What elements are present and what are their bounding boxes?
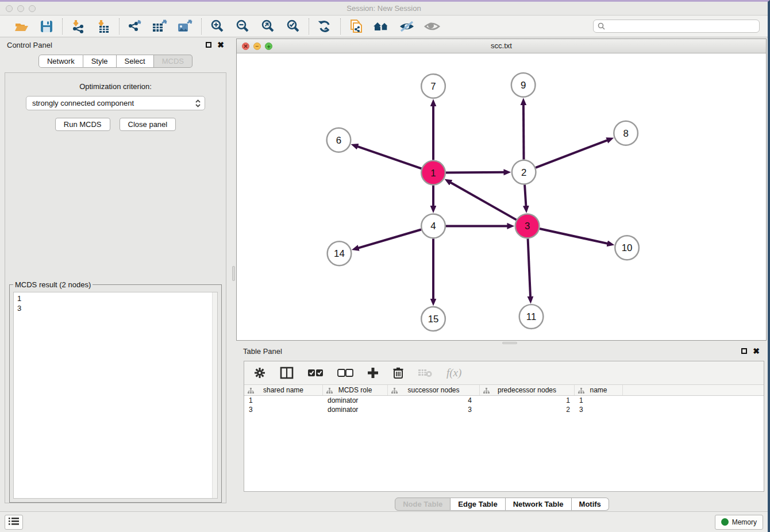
- export-network-icon: [127, 19, 143, 34]
- open-session-button[interactable]: [13, 18, 29, 34]
- tab-node-table[interactable]: Node Table: [395, 498, 451, 511]
- cell-1-4[interactable]: 3: [575, 405, 623, 414]
- tab-style[interactable]: Style: [83, 55, 117, 68]
- hide-selected-icon: [398, 20, 415, 33]
- column-layout-icon[interactable]: [280, 367, 294, 379]
- column-header-shared-name[interactable]: shared name: [244, 385, 323, 395]
- tab-network-table[interactable]: Network Table: [506, 498, 572, 511]
- column-header-MCDS-role[interactable]: MCDS role: [323, 385, 388, 395]
- mcds-result-text[interactable]: 1 3: [13, 292, 218, 499]
- edge-2-3[interactable]: [525, 184, 526, 206]
- export-table-button[interactable]: [152, 18, 168, 34]
- status-bar: Memory: [0, 511, 768, 532]
- node-label-1: 1: [430, 168, 436, 179]
- node-label-4: 4: [430, 221, 436, 232]
- export-network-button[interactable]: [127, 18, 143, 34]
- cell-0-3[interactable]: 1: [480, 396, 575, 405]
- zoom-out-button[interactable]: [234, 18, 251, 34]
- criterion-select[interactable]: strongly connected component: [26, 96, 205, 110]
- zoom-fit-button[interactable]: [260, 18, 276, 34]
- edge-1-6[interactable]: [357, 147, 421, 169]
- edge-4-14[interactable]: [358, 230, 421, 248]
- column-header-name[interactable]: name: [575, 385, 623, 395]
- node-label-3: 3: [525, 221, 530, 232]
- select-all-columns-icon[interactable]: [307, 368, 324, 377]
- home-layout-button[interactable]: [374, 18, 390, 34]
- delete-column-icon[interactable]: [392, 367, 404, 379]
- network-area: ✕ − ＋ scc.txt 79681243141015: [236, 37, 768, 511]
- deselect-all-columns-icon[interactable]: [337, 368, 353, 377]
- task-list-icon: [9, 517, 19, 527]
- search-input[interactable]: [593, 20, 760, 33]
- control-panel-close-icon[interactable]: ✖: [217, 42, 224, 48]
- title-bar: Session: New Session: [0, 2, 768, 16]
- memory-button[interactable]: Memory: [715, 515, 763, 530]
- save-session-button[interactable]: [38, 18, 55, 34]
- tab-mcds[interactable]: MCDS: [154, 55, 192, 68]
- column-type-icon: [248, 388, 254, 396]
- vertical-splitter[interactable]: [231, 37, 236, 511]
- run-mcds-button[interactable]: Run MCDS: [55, 118, 110, 131]
- add-column-icon[interactable]: [367, 367, 379, 379]
- tab-select[interactable]: Select: [117, 55, 154, 68]
- export-image-button[interactable]: [178, 18, 194, 34]
- select-stepper-icon: [194, 98, 202, 109]
- node-table[interactable]: shared nameMCDS rolesuccessor nodesprede…: [244, 384, 764, 491]
- network-window-titlebar[interactable]: ✕ − ＋ scc.txt: [237, 39, 766, 53]
- zoom-selected-button[interactable]: [285, 18, 301, 34]
- node-label-7: 7: [430, 81, 436, 92]
- table-row[interactable]: 1dominator411: [244, 396, 764, 405]
- mcds-result-groupbox: MCDS result (2 nodes) 1 3: [9, 284, 222, 503]
- delete-table-icon: [418, 368, 433, 378]
- settings-gear-icon[interactable]: [253, 367, 266, 379]
- task-history-button[interactable]: [5, 515, 23, 530]
- import-table-button[interactable]: [95, 18, 111, 34]
- network-graph[interactable]: 7968124314101511: [237, 53, 766, 340]
- tab-network[interactable]: Network: [38, 55, 83, 68]
- search-icon: [598, 22, 606, 33]
- edge-1-2[interactable]: [446, 172, 505, 173]
- result-scrollbar[interactable]: [212, 292, 217, 498]
- node-label-10: 10: [622, 242, 633, 253]
- column-type-icon: [391, 388, 398, 396]
- close-panel-button[interactable]: Close panel: [120, 118, 176, 131]
- column-type-icon: [578, 388, 584, 396]
- edge-2-8[interactable]: [536, 140, 608, 168]
- tab-motifs[interactable]: Motifs: [572, 498, 609, 511]
- column-header-successor-nodes[interactable]: successor nodes: [388, 385, 480, 395]
- tab-edge-table[interactable]: Edge Table: [451, 498, 505, 511]
- cell-1-2[interactable]: 3: [388, 405, 480, 414]
- edge-2-9[interactable]: [523, 105, 524, 160]
- copy-network-button[interactable]: [348, 18, 364, 34]
- hide-selected-button[interactable]: [399, 18, 415, 34]
- table-panel-float-button[interactable]: [741, 348, 747, 354]
- optimization-criterion-label: Optimization criterion:: [79, 82, 152, 91]
- cell-1-0[interactable]: 3: [244, 405, 323, 414]
- node-label-8: 8: [623, 128, 628, 139]
- network-canvas[interactable]: 7968124314101511: [237, 53, 766, 340]
- network-window-title: scc.txt: [237, 41, 766, 50]
- edge-3-11[interactable]: [528, 238, 530, 297]
- cell-0-1[interactable]: dominator: [323, 396, 388, 405]
- zoom-in-button[interactable]: [209, 18, 225, 34]
- table-panel-close-icon[interactable]: ✖: [753, 348, 760, 354]
- import-table-icon: [96, 19, 111, 34]
- function-builder-icon: f(x): [446, 367, 461, 379]
- column-header-predecessor-nodes[interactable]: predecessor nodes: [480, 385, 575, 395]
- import-network-button[interactable]: [70, 18, 86, 34]
- refresh-button[interactable]: [317, 18, 333, 34]
- vertical-splitter-handle[interactable]: [232, 266, 235, 281]
- edge-3-10[interactable]: [540, 229, 608, 244]
- control-panel-float-button[interactable]: [206, 42, 211, 48]
- cell-0-0[interactable]: 1: [244, 396, 323, 405]
- cell-0-2[interactable]: 4: [388, 396, 480, 405]
- cell-1-1[interactable]: dominator: [323, 405, 388, 414]
- show-all-button[interactable]: [424, 18, 440, 34]
- table-header-row: shared nameMCDS rolesuccessor nodesprede…: [244, 384, 764, 396]
- cell-1-3[interactable]: 2: [480, 405, 575, 414]
- memory-status-icon: [721, 518, 729, 526]
- table-row[interactable]: 3dominator323: [244, 405, 764, 414]
- edge-3-1[interactable]: [450, 182, 516, 219]
- horizontal-splitter-handle[interactable]: [502, 342, 517, 344]
- cell-0-4[interactable]: 1: [575, 396, 623, 405]
